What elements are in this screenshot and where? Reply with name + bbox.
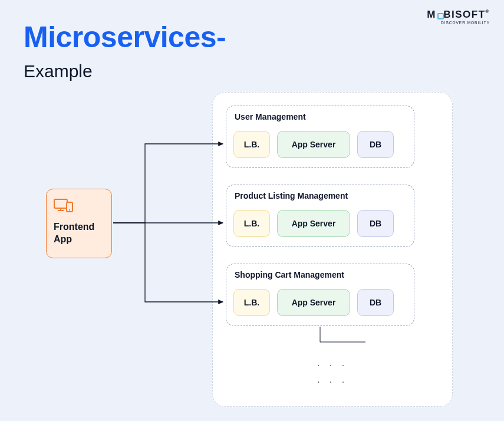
service-title: User Management — [235, 112, 306, 121]
service-title: Shopping Cart Management — [235, 270, 344, 279]
page-title: Microservices- — [24, 20, 226, 54]
ellipsis-1: . . . — [317, 358, 348, 369]
microservices-container: User Management L.B. App Server DB Produ… — [212, 92, 453, 407]
service-product-listing: Product Listing Management L.B. App Serv… — [226, 185, 414, 247]
logo: M BISOFT® DISCOVER MOBILITY — [427, 9, 490, 25]
registered-mark: ® — [486, 9, 490, 14]
ellipsis-2: . . . — [317, 374, 348, 385]
db-chip: DB — [357, 131, 394, 158]
lb-chip: L.B. — [233, 210, 270, 237]
service-user-management: User Management L.B. App Server DB — [226, 106, 414, 168]
page-subtitle: Example — [24, 61, 93, 81]
svg-rect-0 — [54, 199, 67, 208]
db-chip: DB — [357, 210, 394, 237]
lb-chip: L.B. — [233, 289, 270, 316]
service-title: Product Listing Management — [235, 191, 348, 200]
logo-sub: DISCOVER MOBILITY — [427, 21, 490, 25]
devices-icon — [54, 198, 104, 215]
logo-main: M BISOFT® — [427, 9, 490, 19]
frontend-label: Frontend App — [54, 221, 104, 246]
db-chip: DB — [357, 289, 394, 316]
service-shopping-cart: Shopping Cart Management L.B. App Server… — [226, 264, 414, 326]
app-chip: App Server — [277, 210, 350, 237]
frontend-app: Frontend App — [46, 189, 112, 258]
app-chip: App Server — [277, 289, 350, 316]
lb-chip: L.B. — [233, 131, 270, 158]
app-chip: App Server — [277, 131, 350, 158]
